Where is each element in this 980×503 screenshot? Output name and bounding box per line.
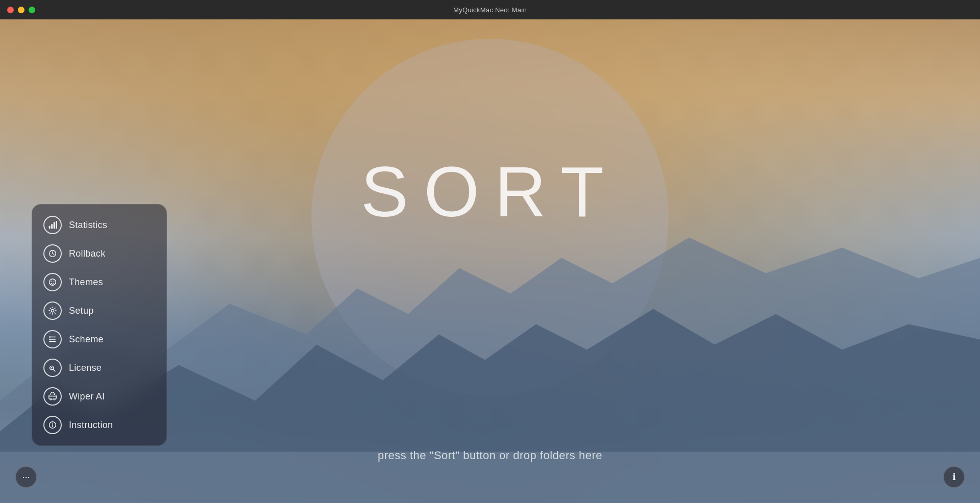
- sidebar-item-label-statistics: Statistics: [69, 220, 107, 231]
- maximize-button[interactable]: [29, 7, 35, 13]
- setup-icon: [43, 301, 62, 320]
- traffic-lights: [7, 7, 35, 13]
- sidebar-item-themes[interactable]: Themes: [32, 268, 166, 296]
- more-options-button[interactable]: ···: [15, 466, 37, 488]
- svg-point-19: [52, 423, 53, 424]
- scheme-icon: [43, 330, 62, 348]
- svg-point-9: [51, 309, 54, 312]
- themes-icon: [43, 273, 62, 291]
- license-icon: [43, 359, 62, 377]
- sidebar-item-label-setup: Setup: [69, 306, 94, 316]
- more-icon: ···: [22, 472, 30, 483]
- svg-rect-3: [54, 222, 55, 229]
- window-title: MyQuickMac Neo: Main: [453, 6, 527, 14]
- sidebar-item-rollback[interactable]: Rollback: [32, 239, 166, 268]
- sidebar-item-label-themes: Themes: [69, 277, 103, 288]
- svg-point-7: [51, 281, 52, 282]
- sidebar-item-label-instruction: Instruction: [69, 420, 113, 431]
- svg-rect-1: [49, 226, 51, 229]
- sidebar-item-label-license: License: [69, 363, 102, 373]
- titlebar: MyQuickMac Neo: Main: [0, 0, 980, 19]
- sidebar-item-label-wiper-ai: Wiper AI: [69, 391, 105, 402]
- sidebar-item-instruction[interactable]: Instruction: [32, 411, 166, 439]
- sidebar-item-statistics[interactable]: Statistics: [32, 211, 166, 239]
- sidebar-item-label-scheme: Scheme: [69, 334, 104, 345]
- wiper-ai-icon: [43, 387, 62, 406]
- close-button[interactable]: [7, 7, 14, 13]
- sidebar-item-license[interactable]: License: [32, 354, 166, 382]
- info-icon: ℹ: [952, 471, 956, 483]
- svg-rect-4: [56, 221, 57, 229]
- svg-point-11: [49, 339, 51, 340]
- subtitle-text: press the "Sort" button or drop folders …: [0, 449, 980, 462]
- minimize-button[interactable]: [18, 7, 24, 13]
- sort-label[interactable]: SORT: [361, 150, 619, 233]
- sidebar-item-scheme[interactable]: Scheme: [32, 325, 166, 354]
- rollback-icon: [43, 244, 62, 263]
- sidebar-item-setup[interactable]: Setup: [32, 296, 166, 325]
- svg-rect-2: [51, 224, 53, 229]
- sidebar-item-label-rollback: Rollback: [69, 248, 105, 259]
- instruction-icon: [43, 416, 62, 434]
- info-button[interactable]: ℹ: [943, 466, 965, 488]
- svg-point-8: [54, 281, 55, 282]
- svg-point-12: [49, 341, 51, 342]
- statistics-icon: [43, 216, 62, 234]
- svg-point-14: [51, 367, 53, 369]
- sidebar-menu: Statistics Rollback Themes Setup Scheme …: [32, 204, 167, 446]
- svg-point-10: [49, 336, 51, 338]
- sidebar-item-wiper-ai[interactable]: Wiper AI: [32, 382, 166, 411]
